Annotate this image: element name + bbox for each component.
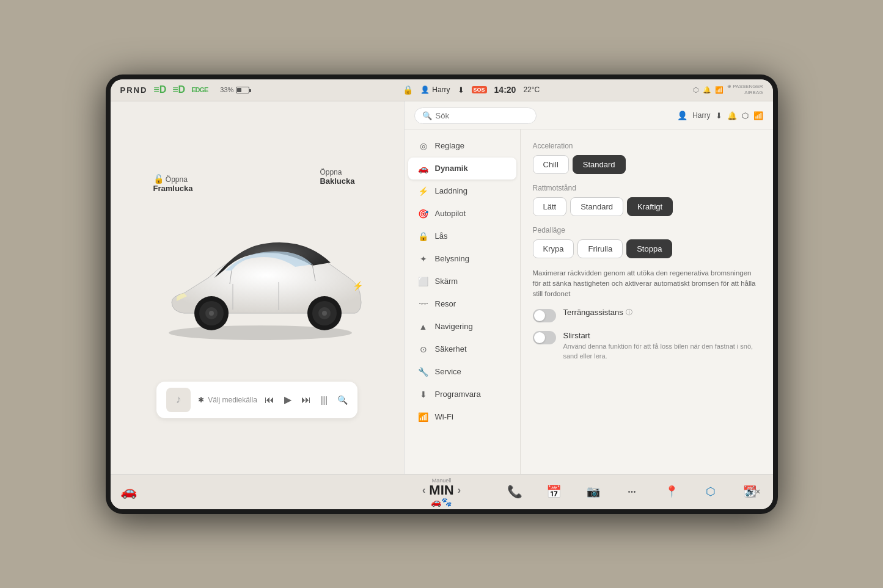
nav-item-programvara[interactable]: ⬇ Programvara bbox=[408, 383, 516, 405]
signal-icon: 📶 bbox=[715, 86, 724, 94]
front-frunk-label[interactable]: 🔓 Öppna Framlucka bbox=[153, 174, 193, 193]
search-media-icon[interactable]: 🔍 bbox=[337, 395, 348, 405]
taskbar: 🚗 Manuell ‹ MIN › 🚗🐾 📞 📅 📷 ••• 📍 ⬡ 📆 bbox=[111, 474, 773, 509]
taskbar-bluetooth-btn[interactable]: ⬡ bbox=[692, 478, 729, 505]
nav-label-navigering: Navigering bbox=[435, 322, 473, 331]
svg-text:⚡: ⚡ bbox=[353, 281, 364, 291]
nav-item-resor[interactable]: 〰 Resor bbox=[408, 293, 516, 315]
nav-item-service[interactable]: 🔧 Service bbox=[408, 361, 516, 383]
bluetooth-header-icon: ⬡ bbox=[693, 86, 699, 94]
taskbar-dots-btn[interactable]: ••• bbox=[614, 478, 651, 505]
nav-label-autopilot: Autopilot bbox=[435, 209, 466, 218]
nav-item-sakerhet[interactable]: ⊙ Säkerhet bbox=[408, 338, 516, 360]
programvara-icon: ⬇ bbox=[418, 390, 429, 399]
nav-item-skarm[interactable]: ⬜ Skärm bbox=[408, 270, 516, 292]
nav-item-belysning[interactable]: ✦ Belysning bbox=[408, 248, 516, 270]
nav-item-wifi[interactable]: 📶 Wi-Fi bbox=[408, 406, 516, 428]
equalizer-icon[interactable]: ||| bbox=[321, 395, 328, 405]
nav-label-reglage: Reglage bbox=[435, 141, 464, 150]
resor-icon: 〰 bbox=[418, 299, 429, 309]
user-icon: 👤 bbox=[420, 85, 430, 94]
light-icon-1: ≡D bbox=[153, 84, 166, 95]
volume-icon[interactable]: 🔊× bbox=[745, 487, 760, 496]
car-visualization: 🔓 Öppna Framlucka Öppna Baklucka bbox=[111, 150, 404, 382]
prnd-display: PRND bbox=[120, 85, 148, 95]
terrangassistans-info-icon[interactable]: ⓘ bbox=[626, 308, 632, 317]
right-panel: 🔍 👤 Harry ⬇ 🔔 ⬡ 📶 bbox=[404, 101, 773, 474]
pedallage-frirulla-btn[interactable]: Frirulla bbox=[577, 239, 623, 258]
play-button[interactable]: ▶ bbox=[284, 394, 291, 405]
belysning-icon: ✦ bbox=[418, 254, 429, 264]
nav-item-las[interactable]: 🔒 Lås bbox=[408, 225, 516, 247]
status-user: 👤 Harry bbox=[420, 85, 450, 94]
nav-label-wifi: Wi-Fi bbox=[435, 412, 453, 421]
drive-mode-value: MIN bbox=[429, 484, 453, 497]
taskbar-calendar-btn[interactable]: 📅 bbox=[536, 478, 573, 505]
svg-point-10 bbox=[322, 311, 327, 316]
volume-control[interactable]: 🔊× bbox=[745, 487, 760, 496]
settings-content: Acceleration Chill Standard Rattmotstånd… bbox=[521, 129, 773, 474]
drive-next-btn[interactable]: › bbox=[458, 485, 461, 495]
nav-label-dynamik: Dynamik bbox=[435, 164, 468, 173]
status-time: 14:20 bbox=[494, 85, 516, 95]
pedallage-description: Maximerar räckvidden genom att utöka den… bbox=[533, 268, 761, 300]
light-icon-2: ≡D bbox=[172, 84, 185, 95]
status-temp: 22°C bbox=[523, 85, 540, 94]
header-bell-icon: 🔔 bbox=[727, 111, 737, 120]
taskbar-car-btn[interactable]: 🚗 bbox=[111, 478, 147, 505]
pedallage-label: Pedalläge bbox=[533, 226, 761, 234]
reglage-icon: ◎ bbox=[418, 141, 429, 151]
taskbar-phone-btn[interactable]: 📞 bbox=[497, 478, 533, 505]
acceleration-chill-btn[interactable]: Chill bbox=[533, 155, 569, 174]
front-label-line2: Framlucka bbox=[153, 184, 193, 193]
rattmotstand-latt-btn[interactable]: Lätt bbox=[533, 197, 567, 216]
next-track-button[interactable]: ⏭ bbox=[301, 394, 311, 405]
nav-item-dynamik[interactable]: 🚗 Dynamik bbox=[408, 158, 516, 180]
header-signal-icon: 📶 bbox=[753, 111, 763, 120]
nav-label-service: Service bbox=[435, 367, 461, 376]
search-wrapper[interactable]: 🔍 bbox=[414, 107, 537, 124]
rattmotstand-kraftigt-btn[interactable]: Kraftigt bbox=[627, 197, 673, 216]
drive-prev-btn[interactable]: ‹ bbox=[422, 485, 425, 495]
battery-percent: 33% bbox=[220, 86, 233, 93]
acceleration-label: Acceleration bbox=[533, 142, 761, 150]
pedallage-stoppa-btn[interactable]: Stoppa bbox=[626, 239, 672, 258]
rear-label-line1: Öppna bbox=[320, 168, 342, 176]
rattmotstand-standard-btn[interactable]: Standard bbox=[570, 197, 623, 216]
media-source-label[interactable]: ✱ Välj mediekälla bbox=[198, 396, 257, 404]
settings-body: ◎ Reglage 🚗 Dynamik ⚡ Laddning 🎯 bbox=[405, 129, 773, 474]
slirstart-sublabel: Använd denna funktion för att få loss bi… bbox=[563, 342, 761, 361]
media-player: ♪ ✱ Välj mediekälla ⏮ ▶ ⏭ ||| 🔍 bbox=[156, 382, 357, 418]
header-user-info: 👤 Harry ⬇ 🔔 ⬡ 📶 bbox=[677, 111, 763, 120]
header-bluetooth-icon: ⬡ bbox=[742, 111, 749, 120]
airbag-indicator: ⊕ PASSENGERAIRBAG bbox=[727, 84, 763, 96]
rear-trunk-label[interactable]: Öppna Baklucka bbox=[320, 168, 354, 186]
taskbar-camera-btn[interactable]: 📷 bbox=[575, 478, 612, 505]
las-icon: 🔒 bbox=[418, 231, 429, 241]
nav-label-skarm: Skärm bbox=[435, 277, 458, 286]
search-input[interactable] bbox=[436, 111, 529, 120]
nav-item-navigering[interactable]: ▲ Navigering bbox=[408, 316, 516, 338]
sos-badge: SOS bbox=[472, 86, 487, 93]
pedallage-options: Krypa Frirulla Stoppa bbox=[533, 239, 761, 258]
media-controls[interactable]: ⏮ ▶ ⏭ ||| 🔍 bbox=[265, 394, 348, 405]
dynamik-icon: 🚗 bbox=[418, 164, 429, 173]
download-icon: ⬇ bbox=[458, 85, 464, 95]
nav-item-reglage[interactable]: ◎ Reglage bbox=[408, 135, 516, 157]
terrangassistans-toggle[interactable] bbox=[533, 309, 556, 322]
pedallage-krypa-btn[interactable]: Krypa bbox=[533, 239, 574, 258]
nav-label-resor: Resor bbox=[435, 299, 456, 308]
sakerhet-icon: ⊙ bbox=[418, 344, 429, 354]
prev-track-button[interactable]: ⏮ bbox=[265, 394, 274, 405]
header-user-icon: 👤 bbox=[677, 111, 687, 120]
slirstart-toggle[interactable] bbox=[533, 331, 556, 344]
rattmotstand-label: Rattmotstånd bbox=[533, 184, 761, 192]
acceleration-standard-btn[interactable]: Standard bbox=[573, 155, 626, 174]
acceleration-options: Chill Standard bbox=[533, 155, 761, 174]
nav-item-autopilot[interactable]: 🎯 Autopilot bbox=[408, 203, 516, 225]
left-panel: 🔓 Öppna Framlucka Öppna Baklucka bbox=[111, 101, 404, 474]
nav-item-laddning[interactable]: ⚡ Laddning bbox=[408, 180, 516, 202]
media-thumbnail: ♪ bbox=[166, 388, 191, 412]
autopilot-icon: 🎯 bbox=[418, 209, 429, 219]
taskbar-pin-btn[interactable]: 📍 bbox=[653, 478, 690, 505]
